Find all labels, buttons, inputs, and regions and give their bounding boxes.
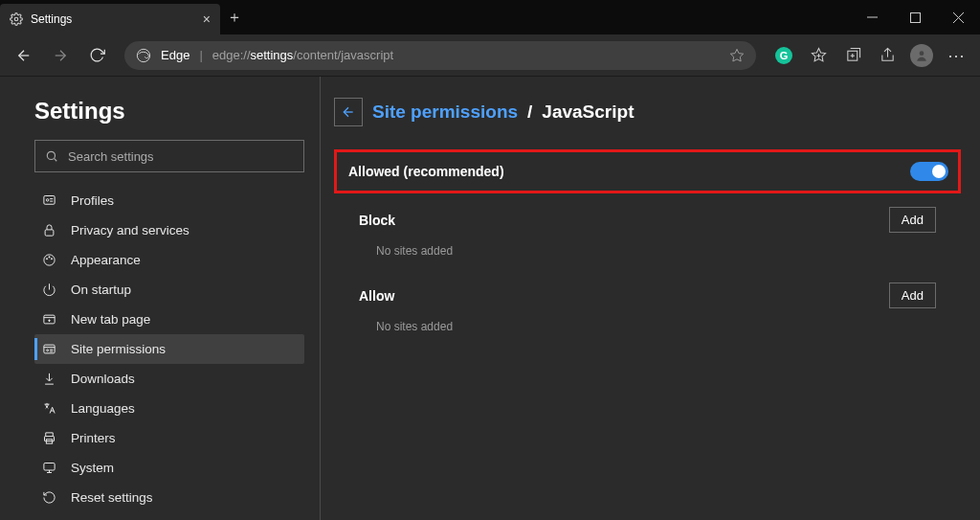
- block-section: Block Add No sites added: [334, 207, 961, 258]
- svg-point-20: [46, 259, 47, 260]
- sidebar-item-label: Profiles: [71, 193, 114, 208]
- browser-tab[interactable]: Settings ×: [0, 4, 220, 34]
- sidebar-item-profiles[interactable]: Profiles: [34, 186, 304, 215]
- maximize-button[interactable]: [894, 0, 937, 34]
- search-icon: [45, 149, 58, 163]
- content-back-button[interactable]: [334, 98, 363, 126]
- page-title: Settings: [34, 98, 304, 124]
- favorites-icon[interactable]: [802, 39, 835, 72]
- sidebar-item-label: Downloads: [71, 372, 135, 386]
- lock-icon: [42, 223, 57, 237]
- addr-separator: |: [199, 48, 202, 62]
- allowed-toggle[interactable]: [910, 162, 948, 181]
- window-titlebar: Settings × ＋: [0, 0, 980, 34]
- address-bar[interactable]: Edge | edge://settings/content/javascrip…: [124, 41, 756, 70]
- svg-rect-28: [44, 345, 55, 353]
- sidebar-item-label: New tab page: [71, 312, 150, 327]
- sidebar-item-label: Appearance: [71, 253, 141, 267]
- svg-rect-16: [44, 196, 55, 205]
- profile-avatar[interactable]: [905, 39, 938, 72]
- add-block-button[interactable]: Add: [889, 207, 936, 233]
- close-tab-icon[interactable]: ×: [203, 11, 211, 27]
- palette-icon: [42, 253, 57, 267]
- svg-point-14: [47, 151, 55, 159]
- reset-icon: [42, 490, 57, 505]
- sidebar-item-printers[interactable]: Printers: [34, 423, 304, 453]
- breadcrumb: Site permissions / JavaScript: [334, 98, 961, 126]
- new-tab-button[interactable]: ＋: [220, 0, 249, 34]
- grammarly-icon[interactable]: G: [768, 39, 800, 72]
- profile-icon: [42, 193, 57, 208]
- more-menu-icon[interactable]: ⋯: [940, 39, 972, 72]
- extensions-area: G ⋯: [768, 39, 972, 72]
- sidebar-item-site-permissions[interactable]: Site permissions: [34, 334, 304, 364]
- settings-content: Site permissions / JavaScript Allowed (r…: [321, 77, 980, 520]
- sidebar-item-newtab[interactable]: New tab page: [34, 305, 304, 334]
- minimize-button[interactable]: [851, 0, 894, 34]
- sidebar-item-label: Privacy and services: [71, 223, 189, 237]
- sidebar-item-downloads[interactable]: Downloads: [34, 364, 304, 394]
- add-allow-button[interactable]: Add: [889, 283, 936, 308]
- section-title-block: Block: [359, 213, 395, 228]
- svg-point-21: [49, 257, 50, 258]
- svg-rect-2: [911, 12, 921, 22]
- settings-main: Settings Profiles Privacy and services A…: [0, 77, 980, 520]
- allow-section: Allow Add No sites added: [334, 283, 961, 333]
- printer-icon: [42, 431, 57, 445]
- allow-empty-text: No sites added: [359, 320, 936, 333]
- nav-back-button[interactable]: [8, 39, 40, 72]
- section-title-allow: Allow: [359, 288, 394, 304]
- sidebar-item-system[interactable]: System: [34, 453, 304, 483]
- collections-icon[interactable]: [836, 39, 869, 72]
- sidebar-item-label: Languages: [71, 401, 135, 416]
- addr-browser-label: Edge: [161, 48, 189, 62]
- tab-title: Settings: [31, 12, 72, 26]
- browser-toolbar: Edge | edge://settings/content/javascrip…: [0, 34, 980, 77]
- breadcrumb-separator: /: [527, 102, 532, 123]
- sidebar-item-label: On startup: [71, 283, 131, 297]
- svg-rect-33: [44, 463, 55, 471]
- breadcrumb-current: JavaScript: [542, 102, 634, 123]
- sidebar-item-label: Reset settings: [71, 490, 153, 505]
- sidebar-item-label: Printers: [71, 431, 116, 445]
- sidebar-item-languages[interactable]: Languages: [34, 394, 304, 423]
- svg-point-5: [137, 49, 149, 61]
- addr-url: edge://settings/content/javascript: [212, 48, 393, 62]
- sidebar-item-appearance[interactable]: Appearance: [34, 245, 304, 275]
- search-settings-box[interactable]: [34, 140, 304, 172]
- gear-icon: [10, 12, 23, 26]
- svg-point-30: [47, 350, 49, 351]
- nav-forward-button[interactable]: [44, 39, 77, 72]
- share-icon[interactable]: [871, 39, 903, 72]
- svg-point-13: [920, 51, 924, 56]
- language-icon: [42, 401, 57, 416]
- svg-point-22: [51, 259, 52, 260]
- favorite-star-icon[interactable]: [729, 48, 745, 63]
- svg-point-17: [46, 199, 49, 202]
- svg-marker-6: [730, 49, 743, 61]
- svg-point-0: [14, 17, 18, 21]
- newtab-icon: [42, 312, 57, 327]
- system-icon: [42, 461, 57, 475]
- permissions-icon: [42, 342, 57, 356]
- power-icon: [42, 283, 57, 297]
- svg-rect-18: [45, 230, 54, 236]
- search-input[interactable]: [68, 149, 294, 164]
- allowed-toggle-row: Allowed (recommended): [334, 149, 961, 193]
- close-window-button[interactable]: [937, 0, 980, 34]
- download-icon: [42, 372, 57, 386]
- window-controls: [851, 0, 980, 34]
- breadcrumb-link[interactable]: Site permissions: [372, 102, 518, 123]
- block-empty-text: No sites added: [359, 244, 936, 258]
- settings-sidebar: Settings Profiles Privacy and services A…: [0, 77, 321, 520]
- refresh-button[interactable]: [80, 39, 113, 72]
- sidebar-item-privacy[interactable]: Privacy and services: [34, 215, 304, 245]
- sidebar-item-startup[interactable]: On startup: [34, 275, 304, 305]
- edge-logo-icon: [136, 48, 151, 63]
- sidebar-item-label: Site permissions: [71, 342, 166, 356]
- allowed-label: Allowed (recommended): [348, 164, 504, 179]
- svg-line-15: [55, 159, 57, 162]
- sidebar-item-reset[interactable]: Reset settings: [34, 483, 304, 512]
- sidebar-item-label: System: [71, 461, 114, 475]
